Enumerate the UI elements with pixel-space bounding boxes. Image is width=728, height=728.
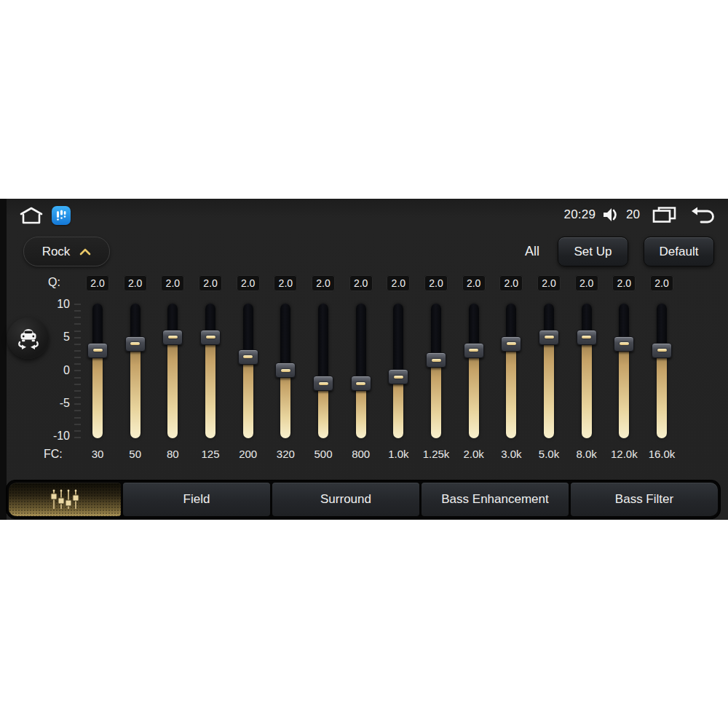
slider-handle[interactable] xyxy=(539,330,559,345)
frequency-label: 5.0k xyxy=(530,448,568,460)
q-value-badge[interactable]: 2.0 xyxy=(612,275,636,291)
handle-grip-mark xyxy=(356,382,365,385)
q-value-badge[interactable]: 2.0 xyxy=(462,275,486,291)
q-value-badge[interactable]: 2.0 xyxy=(537,275,561,291)
eq-band-30: 2.030 xyxy=(79,199,116,520)
eq-band-200: 2.0200 xyxy=(229,199,267,520)
eq-band-500: 2.0500 xyxy=(304,199,342,520)
gain-axis-label: -5 xyxy=(42,396,70,411)
q-value-badge[interactable]: 2.0 xyxy=(237,275,260,291)
tab-bass-filter[interactable]: Bass Filter xyxy=(571,483,718,516)
slider-gold-fill xyxy=(130,341,141,438)
slider-handle[interactable] xyxy=(87,343,108,358)
handle-grip-mark xyxy=(394,376,403,379)
handle-grip-mark xyxy=(545,336,554,339)
frequency-label: 16.0k xyxy=(643,448,681,460)
handle-grip-mark xyxy=(206,336,215,339)
eq-band-12.0k: 2.012.0k xyxy=(605,199,643,520)
slider-gold-fill xyxy=(205,334,215,438)
frequency-label: 500 xyxy=(304,448,342,460)
frequency-label: 200 xyxy=(229,448,267,460)
fc-row-label: FC: xyxy=(44,448,63,461)
eq-band-1.0k: 2.01.0k xyxy=(379,199,417,520)
handle-grip-mark xyxy=(657,349,667,352)
q-value-badge[interactable]: 2.0 xyxy=(199,275,222,291)
slider-handle[interactable] xyxy=(388,369,408,384)
tab-label: Bass Filter xyxy=(615,492,673,507)
slider-gold-fill xyxy=(657,347,667,438)
frequency-label: 125 xyxy=(191,448,229,460)
tab-bass-enhancement[interactable]: Bass Enhancement xyxy=(422,483,569,516)
voice-app-icon xyxy=(55,209,68,222)
frequency-label: 2.0k xyxy=(455,448,493,460)
home-icon xyxy=(17,205,45,226)
slider-handle[interactable] xyxy=(614,336,634,352)
handle-grip-mark xyxy=(469,349,478,352)
handle-grip-mark xyxy=(432,359,441,362)
head-unit-screen: 20:29 20 xyxy=(0,199,728,520)
frequency-label: 50 xyxy=(116,448,154,460)
slider-handle[interactable] xyxy=(501,336,521,352)
slider-handle[interactable] xyxy=(464,343,484,358)
slider-handle[interactable] xyxy=(162,330,183,345)
slider-handle[interactable] xyxy=(652,343,672,358)
car-sound-field-icon xyxy=(14,324,43,353)
eq-band-800: 2.0800 xyxy=(342,199,380,520)
tab-equalizer[interactable] xyxy=(9,483,121,516)
handle-grip-mark xyxy=(243,355,253,358)
q-value-badge[interactable]: 2.0 xyxy=(499,275,523,291)
q-value-badge[interactable]: 2.0 xyxy=(349,275,373,291)
slider-handle[interactable] xyxy=(125,336,146,352)
handle-grip-mark xyxy=(620,342,629,345)
home-button[interactable] xyxy=(17,205,45,226)
q-value-badge[interactable]: 2.0 xyxy=(161,275,184,291)
eq-band-1.25k: 2.01.25k xyxy=(417,199,455,520)
q-value-badge[interactable]: 2.0 xyxy=(274,275,297,291)
frequency-label: 1.0k xyxy=(379,448,417,460)
eq-band-8.0k: 2.08.0k xyxy=(568,199,606,520)
slider-handle[interactable] xyxy=(426,352,446,368)
tab-surround[interactable]: Surround xyxy=(272,483,419,516)
sound-field-button[interactable] xyxy=(7,317,49,359)
tab-label: Surround xyxy=(320,492,371,507)
back-arrow-icon xyxy=(690,205,716,224)
screenshot-canvas: 20:29 20 xyxy=(0,0,728,728)
q-value-badge[interactable]: 2.0 xyxy=(387,275,410,291)
gain-axis-label: 0 xyxy=(42,363,70,378)
slider-handle[interactable] xyxy=(275,363,296,378)
gain-axis-label: -10 xyxy=(42,429,70,443)
voice-app-button[interactable] xyxy=(52,206,71,225)
handle-grip-mark xyxy=(582,336,591,339)
eq-band-16.0k: 2.016.0k xyxy=(643,199,681,520)
slider-handle[interactable] xyxy=(577,330,597,345)
frequency-label: 3.0k xyxy=(492,448,530,460)
tab-label: Bass Enhancement xyxy=(441,492,548,507)
slider-handle[interactable] xyxy=(200,330,221,345)
q-value-badge[interactable]: 2.0 xyxy=(575,275,598,291)
frequency-label: 80 xyxy=(154,448,191,460)
gain-axis-label: 10 xyxy=(42,297,70,312)
eq-band-3.0k: 2.03.0k xyxy=(492,199,530,520)
slider-gold-fill xyxy=(582,334,592,438)
frequency-label: 320 xyxy=(266,448,304,460)
eq-band-320: 2.0320 xyxy=(266,199,304,520)
handle-grip-mark xyxy=(507,342,516,345)
q-value-badge[interactable]: 2.0 xyxy=(312,275,335,291)
slider-gold-fill xyxy=(92,347,103,438)
q-value-badge[interactable]: 2.0 xyxy=(650,275,673,291)
q-value-badge[interactable]: 2.0 xyxy=(124,275,147,291)
eq-band-5.0k: 2.05.0k xyxy=(530,199,568,520)
q-value-badge[interactable]: 2.0 xyxy=(86,275,109,291)
slider-handle[interactable] xyxy=(238,349,258,365)
back-button[interactable] xyxy=(690,205,716,224)
slider-handle[interactable] xyxy=(351,376,371,391)
equalizer-sliders-icon xyxy=(46,488,84,511)
q-value-badge[interactable]: 2.0 xyxy=(424,275,448,291)
left-bezel xyxy=(0,199,7,520)
slider-gold-fill xyxy=(469,347,479,438)
eq-band-80: 2.080 xyxy=(154,199,191,520)
frequency-label: 30 xyxy=(79,448,116,460)
tab-field[interactable]: Field xyxy=(123,483,270,516)
slider-gold-fill xyxy=(619,341,629,438)
slider-handle[interactable] xyxy=(313,376,333,391)
